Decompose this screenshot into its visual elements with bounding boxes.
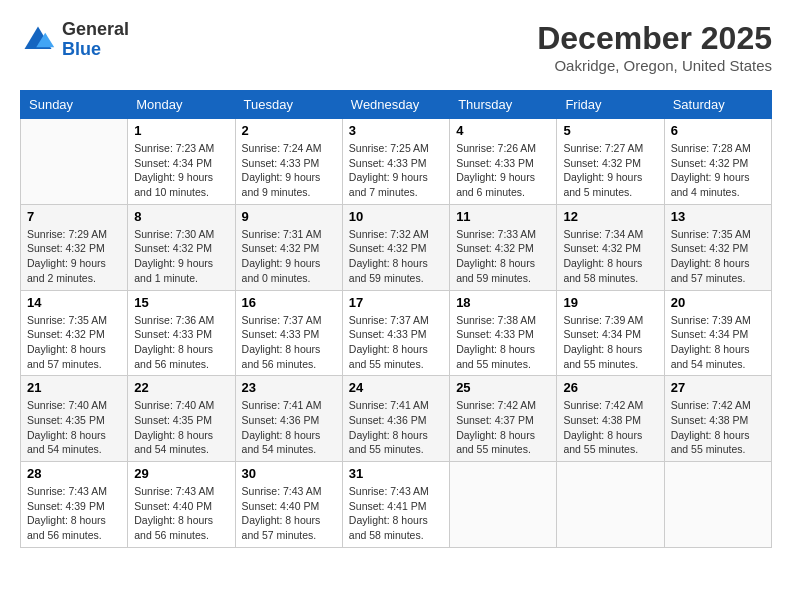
day-number: 30: [242, 466, 336, 481]
day-info: Sunrise: 7:23 AMSunset: 4:34 PMDaylight:…: [134, 141, 228, 200]
day-info: Sunrise: 7:42 AMSunset: 4:38 PMDaylight:…: [671, 398, 765, 457]
day-number: 10: [349, 209, 443, 224]
calendar-day-cell: 6Sunrise: 7:28 AMSunset: 4:32 PMDaylight…: [664, 119, 771, 205]
calendar-day-cell: 25Sunrise: 7:42 AMSunset: 4:37 PMDayligh…: [450, 376, 557, 462]
calendar-day-cell: 22Sunrise: 7:40 AMSunset: 4:35 PMDayligh…: [128, 376, 235, 462]
weekday-header-row: SundayMondayTuesdayWednesdayThursdayFrid…: [21, 91, 772, 119]
logo-general: General: [62, 20, 129, 40]
day-info: Sunrise: 7:39 AMSunset: 4:34 PMDaylight:…: [563, 313, 657, 372]
calendar-day-cell: 21Sunrise: 7:40 AMSunset: 4:35 PMDayligh…: [21, 376, 128, 462]
day-number: 23: [242, 380, 336, 395]
day-number: 2: [242, 123, 336, 138]
day-info: Sunrise: 7:37 AMSunset: 4:33 PMDaylight:…: [349, 313, 443, 372]
month-year-title: December 2025: [537, 20, 772, 57]
day-number: 31: [349, 466, 443, 481]
day-info: Sunrise: 7:35 AMSunset: 4:32 PMDaylight:…: [671, 227, 765, 286]
day-number: 12: [563, 209, 657, 224]
weekday-header: Friday: [557, 91, 664, 119]
calendar-day-cell: [664, 462, 771, 548]
day-info: Sunrise: 7:39 AMSunset: 4:34 PMDaylight:…: [671, 313, 765, 372]
day-info: Sunrise: 7:32 AMSunset: 4:32 PMDaylight:…: [349, 227, 443, 286]
location-subtitle: Oakridge, Oregon, United States: [537, 57, 772, 74]
day-number: 21: [27, 380, 121, 395]
day-number: 6: [671, 123, 765, 138]
day-info: Sunrise: 7:40 AMSunset: 4:35 PMDaylight:…: [134, 398, 228, 457]
day-info: Sunrise: 7:30 AMSunset: 4:32 PMDaylight:…: [134, 227, 228, 286]
day-info: Sunrise: 7:28 AMSunset: 4:32 PMDaylight:…: [671, 141, 765, 200]
calendar-day-cell: 7Sunrise: 7:29 AMSunset: 4:32 PMDaylight…: [21, 204, 128, 290]
day-info: Sunrise: 7:26 AMSunset: 4:33 PMDaylight:…: [456, 141, 550, 200]
calendar-day-cell: 1Sunrise: 7:23 AMSunset: 4:34 PMDaylight…: [128, 119, 235, 205]
day-number: 15: [134, 295, 228, 310]
day-info: Sunrise: 7:38 AMSunset: 4:33 PMDaylight:…: [456, 313, 550, 372]
day-number: 18: [456, 295, 550, 310]
calendar-header: SundayMondayTuesdayWednesdayThursdayFrid…: [21, 91, 772, 119]
day-number: 17: [349, 295, 443, 310]
calendar-week-row: 14Sunrise: 7:35 AMSunset: 4:32 PMDayligh…: [21, 290, 772, 376]
day-number: 5: [563, 123, 657, 138]
calendar-day-cell: 17Sunrise: 7:37 AMSunset: 4:33 PMDayligh…: [342, 290, 449, 376]
calendar-day-cell: [450, 462, 557, 548]
weekday-header: Tuesday: [235, 91, 342, 119]
calendar-week-row: 28Sunrise: 7:43 AMSunset: 4:39 PMDayligh…: [21, 462, 772, 548]
logo: General Blue: [20, 20, 129, 60]
day-info: Sunrise: 7:27 AMSunset: 4:32 PMDaylight:…: [563, 141, 657, 200]
calendar-day-cell: 13Sunrise: 7:35 AMSunset: 4:32 PMDayligh…: [664, 204, 771, 290]
calendar-day-cell: 29Sunrise: 7:43 AMSunset: 4:40 PMDayligh…: [128, 462, 235, 548]
calendar-day-cell: 2Sunrise: 7:24 AMSunset: 4:33 PMDaylight…: [235, 119, 342, 205]
day-number: 8: [134, 209, 228, 224]
weekday-header: Thursday: [450, 91, 557, 119]
calendar-day-cell: 14Sunrise: 7:35 AMSunset: 4:32 PMDayligh…: [21, 290, 128, 376]
calendar-body: 1Sunrise: 7:23 AMSunset: 4:34 PMDaylight…: [21, 119, 772, 548]
calendar-day-cell: 18Sunrise: 7:38 AMSunset: 4:33 PMDayligh…: [450, 290, 557, 376]
day-number: 26: [563, 380, 657, 395]
calendar-day-cell: 20Sunrise: 7:39 AMSunset: 4:34 PMDayligh…: [664, 290, 771, 376]
day-number: 11: [456, 209, 550, 224]
day-number: 9: [242, 209, 336, 224]
calendar-day-cell: [21, 119, 128, 205]
day-info: Sunrise: 7:24 AMSunset: 4:33 PMDaylight:…: [242, 141, 336, 200]
logo-text: General Blue: [62, 20, 129, 60]
calendar-day-cell: 8Sunrise: 7:30 AMSunset: 4:32 PMDaylight…: [128, 204, 235, 290]
weekday-header: Saturday: [664, 91, 771, 119]
calendar-week-row: 1Sunrise: 7:23 AMSunset: 4:34 PMDaylight…: [21, 119, 772, 205]
day-number: 22: [134, 380, 228, 395]
calendar-week-row: 7Sunrise: 7:29 AMSunset: 4:32 PMDaylight…: [21, 204, 772, 290]
day-info: Sunrise: 7:31 AMSunset: 4:32 PMDaylight:…: [242, 227, 336, 286]
calendar-table: SundayMondayTuesdayWednesdayThursdayFrid…: [20, 90, 772, 548]
calendar-day-cell: 15Sunrise: 7:36 AMSunset: 4:33 PMDayligh…: [128, 290, 235, 376]
calendar-day-cell: 30Sunrise: 7:43 AMSunset: 4:40 PMDayligh…: [235, 462, 342, 548]
day-info: Sunrise: 7:34 AMSunset: 4:32 PMDaylight:…: [563, 227, 657, 286]
day-number: 27: [671, 380, 765, 395]
day-number: 7: [27, 209, 121, 224]
day-info: Sunrise: 7:37 AMSunset: 4:33 PMDaylight:…: [242, 313, 336, 372]
day-info: Sunrise: 7:29 AMSunset: 4:32 PMDaylight:…: [27, 227, 121, 286]
day-info: Sunrise: 7:40 AMSunset: 4:35 PMDaylight:…: [27, 398, 121, 457]
title-section: December 2025 Oakridge, Oregon, United S…: [537, 20, 772, 74]
day-info: Sunrise: 7:35 AMSunset: 4:32 PMDaylight:…: [27, 313, 121, 372]
day-info: Sunrise: 7:36 AMSunset: 4:33 PMDaylight:…: [134, 313, 228, 372]
day-info: Sunrise: 7:43 AMSunset: 4:39 PMDaylight:…: [27, 484, 121, 543]
calendar-day-cell: 24Sunrise: 7:41 AMSunset: 4:36 PMDayligh…: [342, 376, 449, 462]
day-number: 28: [27, 466, 121, 481]
calendar-day-cell: 27Sunrise: 7:42 AMSunset: 4:38 PMDayligh…: [664, 376, 771, 462]
day-info: Sunrise: 7:43 AMSunset: 4:40 PMDaylight:…: [134, 484, 228, 543]
day-info: Sunrise: 7:41 AMSunset: 4:36 PMDaylight:…: [349, 398, 443, 457]
weekday-header: Sunday: [21, 91, 128, 119]
day-number: 29: [134, 466, 228, 481]
day-number: 24: [349, 380, 443, 395]
calendar-day-cell: 10Sunrise: 7:32 AMSunset: 4:32 PMDayligh…: [342, 204, 449, 290]
calendar-day-cell: 26Sunrise: 7:42 AMSunset: 4:38 PMDayligh…: [557, 376, 664, 462]
calendar-day-cell: 31Sunrise: 7:43 AMSunset: 4:41 PMDayligh…: [342, 462, 449, 548]
calendar-day-cell: [557, 462, 664, 548]
day-number: 20: [671, 295, 765, 310]
calendar-day-cell: 4Sunrise: 7:26 AMSunset: 4:33 PMDaylight…: [450, 119, 557, 205]
logo-blue: Blue: [62, 40, 129, 60]
day-info: Sunrise: 7:33 AMSunset: 4:32 PMDaylight:…: [456, 227, 550, 286]
calendar-day-cell: 19Sunrise: 7:39 AMSunset: 4:34 PMDayligh…: [557, 290, 664, 376]
day-number: 3: [349, 123, 443, 138]
day-number: 25: [456, 380, 550, 395]
day-number: 4: [456, 123, 550, 138]
day-info: Sunrise: 7:43 AMSunset: 4:41 PMDaylight:…: [349, 484, 443, 543]
calendar-day-cell: 9Sunrise: 7:31 AMSunset: 4:32 PMDaylight…: [235, 204, 342, 290]
